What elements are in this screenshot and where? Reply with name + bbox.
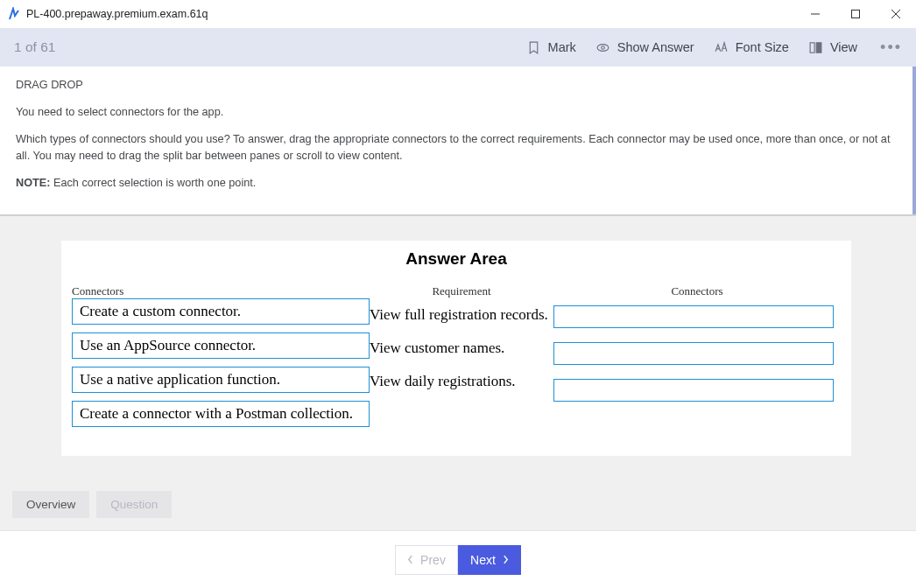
prev-label: Prev [420,553,446,567]
requirement-label: View full registration records. [370,306,553,324]
answer-card: Answer Area Connectors Create a custom c… [61,241,851,456]
svg-point-5 [602,46,605,49]
next-label: Next [470,553,496,567]
question-header: DRAG DROP You need to select connectors … [0,66,916,214]
nav-footer: Prev Next [0,530,916,588]
toolbar: 1 of 61 Mark Show Answer Font Size View … [0,28,916,66]
mark-button[interactable]: Mark [526,40,576,55]
target-header: Connectors [553,284,841,298]
tab-overview[interactable]: Overview [12,491,89,518]
requirement-label: View daily registrations. [370,373,553,390]
view-layout-icon [808,40,823,55]
font-size-icon [714,40,729,55]
content-area: Answer Area Connectors Create a custom c… [0,216,916,530]
tab-question[interactable]: Question [96,491,172,518]
app-window: PL-400.prepaway.premium.exam.61q 1 of 61… [0,0,916,588]
chevron-left-icon [407,555,413,564]
minimize-button[interactable] [795,0,835,28]
show-answer-button[interactable]: Show Answer [595,40,694,55]
bookmark-icon [526,40,541,55]
next-button[interactable]: Next [458,545,521,575]
chevron-right-icon [503,555,509,564]
question-note: NOTE: Each correct selection is worth on… [16,175,897,192]
connectors-source-column: Connectors Create a custom connector. Us… [72,284,370,435]
prev-button[interactable]: Prev [395,545,458,575]
bottom-tabs: Overview Question [0,482,916,527]
font-size-label: Font Size [736,40,789,54]
connector-option[interactable]: Create a custom connector. [72,298,370,325]
app-logo-icon [7,7,21,21]
answer-area-title: Answer Area [72,249,841,269]
question-type: DRAG DROP [16,77,897,94]
show-answer-label: Show Answer [617,40,694,54]
connector-option[interactable]: Create a connector with a Postman collec… [72,401,370,427]
close-button[interactable] [876,0,916,28]
font-size-button[interactable]: Font Size [714,40,789,55]
connector-option[interactable]: Use an AppSource connector. [72,332,370,359]
view-button[interactable]: View [808,40,857,55]
question-intro: You need to select connectors for the ap… [16,104,897,121]
connectors-header: Connectors [72,284,370,298]
connector-option[interactable]: Use a native application function. [72,367,370,393]
note-label: NOTE: [16,177,50,189]
note-text: Each correct selection is worth one poin… [50,177,256,189]
drop-target[interactable] [553,342,834,365]
view-label: View [830,40,857,54]
title-bar: PL-400.prepaway.premium.exam.61q [0,0,916,28]
question-instructions: Which types of connectors should you use… [16,131,897,164]
eye-icon [595,40,610,55]
requirement-column: Requirement View full registration recor… [370,284,553,398]
window-title: PL-400.prepaway.premium.exam.61q [26,8,208,20]
connectors-target-column: Connectors [553,284,841,409]
question-counter: 1 of 61 [14,39,55,55]
drop-target[interactable] [553,379,834,402]
svg-rect-6 [810,42,814,52]
svg-rect-1 [852,10,860,18]
maximize-button[interactable] [835,0,876,28]
mark-label: Mark [548,40,576,54]
requirement-label: View customer names. [370,340,553,357]
more-button[interactable]: ••• [877,38,905,57]
svg-point-4 [597,44,609,51]
svg-rect-7 [816,42,821,52]
drop-target[interactable] [553,305,834,328]
requirement-header: Requirement [370,284,553,298]
